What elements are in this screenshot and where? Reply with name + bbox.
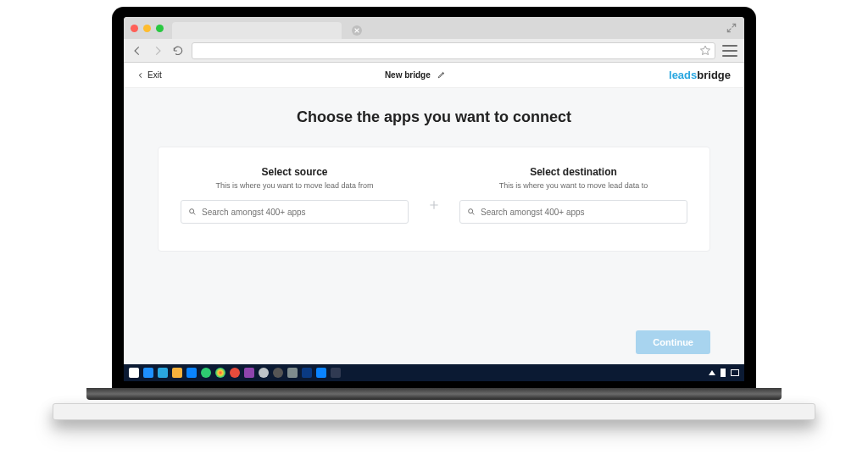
browser-address-bar (124, 39, 744, 63)
screen: Exit New bridge leadsbridge Choose the a… (124, 17, 744, 381)
tab-close-button[interactable] (352, 25, 362, 36)
laptop-base (53, 403, 815, 420)
window-minimize-button[interactable] (143, 25, 151, 32)
taskbar-app-icon[interactable] (143, 368, 153, 378)
window-close-button[interactable] (131, 25, 138, 32)
taskbar-app-icon[interactable] (302, 368, 312, 378)
destination-search[interactable] (459, 200, 687, 224)
browser-tab-strip (124, 17, 744, 39)
svg-point-0 (190, 209, 194, 213)
app-header: Exit New bridge leadsbridge (124, 63, 744, 88)
search-icon (188, 208, 197, 216)
browser-reload-button[interactable] (171, 44, 185, 58)
windows-taskbar (124, 364, 744, 381)
source-search[interactable] (181, 200, 409, 224)
tray-expand-icon[interactable] (709, 370, 715, 375)
page-title: Choose the apps you want to connect (158, 108, 710, 126)
footer: Continue (158, 317, 710, 354)
connect-card: Select source This is where you want to … (158, 147, 710, 252)
continue-button[interactable]: Continue (636, 330, 710, 354)
taskbar-app-icon[interactable] (158, 368, 168, 378)
destination-search-input[interactable] (481, 208, 680, 217)
plus-icon (428, 199, 440, 211)
taskbar-app-icon[interactable] (244, 368, 254, 378)
chevron-left-icon (137, 72, 144, 79)
browser-tab[interactable] (172, 22, 342, 39)
window-maximize-button[interactable] (156, 25, 164, 32)
logo-bridge: bridge (697, 69, 731, 81)
taskbar-icons (129, 368, 341, 378)
source-search-input[interactable] (202, 208, 401, 217)
reload-icon (172, 45, 184, 57)
exit-label: Exit (147, 70, 162, 80)
start-button[interactable] (129, 368, 139, 378)
url-input[interactable] (192, 42, 715, 59)
pencil-icon (437, 70, 446, 79)
taskbar-app-icon[interactable] (259, 368, 269, 378)
arrow-left-icon (131, 45, 143, 57)
source-title: Select source (181, 166, 409, 178)
screen-bezel: Exit New bridge leadsbridge Choose the a… (112, 7, 756, 388)
destination-panel: Select destination This is where you wan… (459, 166, 687, 224)
expand-icon[interactable] (726, 22, 737, 34)
browser-menu-button[interactable] (722, 45, 737, 57)
laptop-hinge (86, 388, 782, 400)
close-icon (354, 28, 359, 33)
taskbar-app-icon[interactable] (316, 368, 326, 378)
source-panel: Select source This is where you want to … (181, 166, 409, 224)
logo-leads: leads (669, 69, 697, 81)
taskbar-app-icon[interactable] (273, 368, 283, 378)
leadsbridge-logo: leadsbridge (669, 69, 731, 81)
chrome-icon[interactable] (215, 368, 225, 378)
laptop-frame: Exit New bridge leadsbridge Choose the a… (112, 7, 756, 420)
svg-point-1 (469, 209, 473, 213)
edit-bridge-name-button[interactable] (437, 70, 446, 80)
browser-back-button[interactable] (131, 44, 144, 58)
bookmark-star-icon[interactable] (699, 45, 711, 57)
destination-title: Select destination (459, 166, 687, 178)
taskbar-app-icon[interactable] (287, 368, 298, 378)
source-subtitle: This is where you want to move lead data… (181, 181, 409, 190)
taskbar-app-icon[interactable] (172, 368, 182, 378)
arrow-right-icon (152, 45, 164, 57)
taskbar-app-icon[interactable] (331, 368, 341, 378)
exit-button[interactable]: Exit (137, 70, 162, 80)
notifications-icon[interactable] (731, 369, 739, 376)
browser-forward-button[interactable] (151, 44, 164, 58)
taskbar-app-icon[interactable] (201, 368, 211, 378)
tray-icon[interactable] (721, 369, 726, 377)
system-tray[interactable] (709, 369, 739, 377)
destination-subtitle: This is where you want to move lead data… (459, 181, 687, 190)
connector-plus (426, 197, 442, 213)
main-content: Choose the apps you want to connect Sele… (124, 88, 744, 364)
taskbar-app-icon[interactable] (186, 368, 197, 378)
window-controls (131, 25, 164, 32)
taskbar-app-icon[interactable] (230, 368, 240, 378)
bridge-name: New bridge (385, 70, 446, 80)
search-icon (467, 208, 476, 216)
bridge-name-text: New bridge (385, 70, 431, 80)
